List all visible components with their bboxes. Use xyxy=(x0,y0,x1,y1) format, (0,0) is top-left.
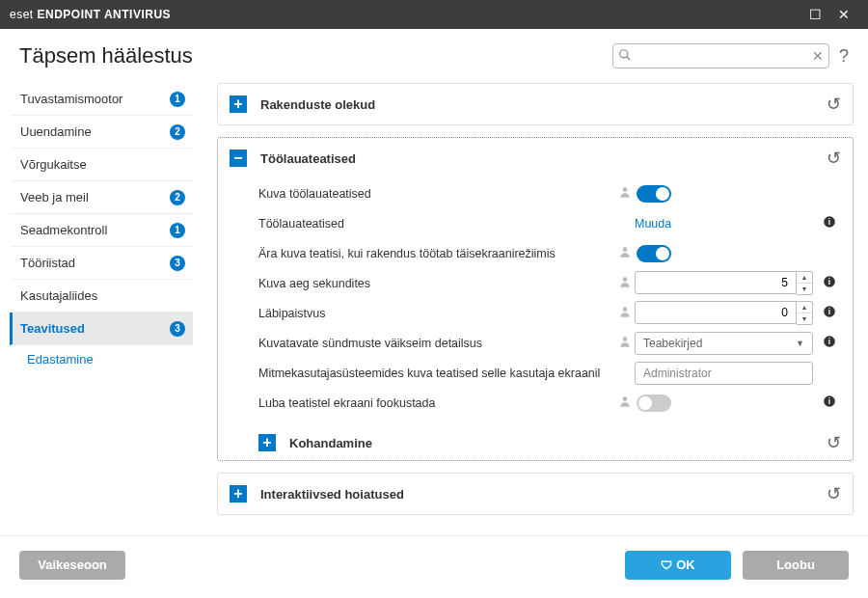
svg-point-2 xyxy=(623,187,628,192)
search-box: ✕ xyxy=(612,43,829,68)
section-header-desktop-notifications[interactable]: − Töölauateatised ↺ xyxy=(218,138,853,178)
user-icon xyxy=(615,394,635,411)
row-multiuser: Mitmekasutajasüsteemides kuva teatised s… xyxy=(230,358,841,388)
svg-point-5 xyxy=(623,247,628,252)
row-duration: Kuva aeg sekundites ▲▼ i xyxy=(230,268,841,298)
search-icon xyxy=(618,48,632,65)
svg-point-6 xyxy=(623,277,628,282)
row-show-notifications: Kuva töölauateatised xyxy=(230,178,841,208)
spin-down-icon[interactable]: ▼ xyxy=(797,313,812,324)
app-logo: eset ENDPOINT ANTIVIRUS xyxy=(10,8,171,21)
info-icon[interactable]: i xyxy=(818,335,841,351)
help-button[interactable]: ? xyxy=(839,46,849,67)
svg-text:i: i xyxy=(828,218,830,227)
defaults-button[interactable]: Vaikeseoon xyxy=(19,551,125,580)
main-content: + Rakenduste olekud ↺ − Töölauateatised … xyxy=(203,78,868,535)
sidebar-item-notifications[interactable]: Teavitused3 xyxy=(10,313,193,345)
section-interactive-alerts: + Interaktiivsed hoiatused ↺ xyxy=(217,473,854,515)
user-icon xyxy=(615,305,635,321)
svg-text:i: i xyxy=(828,308,830,316)
sidebar-subitem-forwarding[interactable]: Edastamine xyxy=(10,345,193,372)
window-close-button[interactable]: ✕ xyxy=(829,7,858,22)
info-icon[interactable]: i xyxy=(818,275,841,291)
expand-icon: + xyxy=(230,95,247,113)
info-icon[interactable]: i xyxy=(818,305,841,321)
revert-icon[interactable]: ↺ xyxy=(827,94,841,115)
edit-notifications-link[interactable]: Muuda xyxy=(635,217,671,231)
user-icon xyxy=(615,245,635,261)
spin-down-icon[interactable]: ▼ xyxy=(797,284,812,294)
section-header-customize[interactable]: + Kohandamine ↺ xyxy=(218,425,853,460)
svg-text:i: i xyxy=(828,338,830,346)
collapse-icon: − xyxy=(230,150,247,167)
sidebar: Tuvastamismootor1 Uuendamine2 Võrgukaits… xyxy=(0,78,203,535)
svg-text:i: i xyxy=(828,278,830,286)
user-icon xyxy=(615,335,635,351)
expand-icon: + xyxy=(230,485,247,503)
info-icon[interactable]: i xyxy=(818,394,841,411)
clear-search-icon[interactable]: ✕ xyxy=(812,48,824,64)
row-verbosity: Kuvatavate sündmuste väikseim detailsus … xyxy=(230,328,841,358)
chevron-down-icon: ▼ xyxy=(796,339,804,348)
sidebar-item-device-control[interactable]: Seadmekontroll1 xyxy=(10,214,193,247)
ok-button[interactable]: 🛡OK xyxy=(625,551,731,580)
user-icon xyxy=(615,275,635,291)
cancel-button[interactable]: Loobu xyxy=(743,551,849,580)
footer: Vaikeseoon 🛡OK Loobu xyxy=(0,535,868,593)
section-header-interactive-alerts[interactable]: + Interaktiivsed hoiatused ↺ xyxy=(218,474,853,514)
sidebar-item-network-protection[interactable]: Võrgukaitse xyxy=(10,149,193,181)
revert-icon[interactable]: ↺ xyxy=(827,148,841,169)
section-desktop-notifications: − Töölauateatised ↺ Kuva töölauateatised… xyxy=(217,137,854,461)
row-opacity: Läbipaistvus ▲▼ i xyxy=(230,298,841,328)
verbosity-dropdown[interactable]: Teabekirjed ▼ xyxy=(635,332,813,355)
toggle-fullscreen-suppress[interactable] xyxy=(637,245,671,262)
page-header: Täpsem häälestus ✕ ? xyxy=(0,29,868,78)
svg-line-1 xyxy=(627,57,631,61)
titlebar: eset ENDPOINT ANTIVIRUS ☐ ✕ xyxy=(0,0,868,29)
info-icon[interactable]: i xyxy=(818,215,841,231)
svg-point-9 xyxy=(623,307,628,312)
sidebar-item-update[interactable]: Uuendamine2 xyxy=(10,116,193,149)
duration-input[interactable] xyxy=(635,271,797,294)
toggle-allow-focus[interactable] xyxy=(637,394,671,412)
shield-icon: 🛡 xyxy=(661,558,672,572)
page-title: Täpsem häälestus xyxy=(19,43,193,68)
multiuser-input[interactable] xyxy=(635,362,813,385)
svg-point-15 xyxy=(623,396,628,401)
revert-icon[interactable]: ↺ xyxy=(827,483,841,504)
sidebar-item-detection-engine[interactable]: Tuvastamismootor1 xyxy=(10,83,193,116)
user-icon xyxy=(615,185,635,202)
sidebar-item-tools[interactable]: Tööriistad3 xyxy=(10,247,193,280)
spin-up-icon[interactable]: ▲ xyxy=(797,272,812,284)
spin-up-icon[interactable]: ▲ xyxy=(797,302,812,313)
row-fullscreen-suppress: Ära kuva teatisi, kui rakendus töötab tä… xyxy=(230,238,841,268)
svg-point-0 xyxy=(620,50,628,58)
section-application-states: + Rakenduste olekud ↺ xyxy=(217,83,854,125)
row-notifications-edit: Töölauateatised Muuda i xyxy=(230,208,841,238)
sidebar-item-web-email[interactable]: Veeb ja meil2 xyxy=(10,181,193,214)
section-header-application-states[interactable]: + Rakenduste olekud ↺ xyxy=(218,84,853,124)
revert-icon[interactable]: ↺ xyxy=(827,432,841,453)
search-input[interactable] xyxy=(612,43,829,68)
svg-text:i: i xyxy=(828,397,830,406)
sidebar-item-user-interface[interactable]: Kasutajaliides xyxy=(10,280,193,313)
row-allow-focus: Luba teatistel ekraani fookustada i xyxy=(230,388,841,418)
window-maximize-button[interactable]: ☐ xyxy=(800,7,829,22)
toggle-show-notifications[interactable] xyxy=(637,185,671,203)
svg-point-12 xyxy=(623,337,628,341)
expand-icon: + xyxy=(258,434,276,451)
opacity-input[interactable] xyxy=(635,301,797,324)
